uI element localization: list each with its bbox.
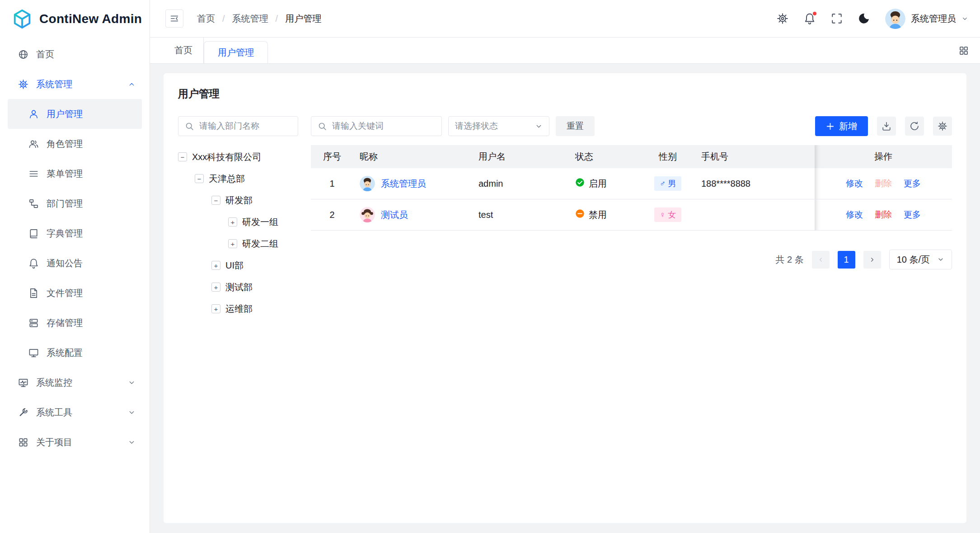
refresh-icon bbox=[910, 121, 919, 131]
sidebar-item-home[interactable]: 首页 bbox=[8, 39, 142, 69]
tree-collapse-icon[interactable]: − bbox=[211, 196, 220, 205]
sidebar-item-label: 存储管理 bbox=[47, 317, 136, 329]
settings-icon[interactable] bbox=[777, 13, 788, 24]
status-enabled-icon bbox=[575, 178, 585, 189]
file-icon bbox=[28, 288, 39, 298]
dept-search-input[interactable] bbox=[178, 117, 298, 136]
cell-username: test bbox=[472, 199, 569, 231]
user-avatar bbox=[885, 9, 905, 29]
col-header-status: 状态 bbox=[569, 145, 641, 168]
cell-phone: 188****8888 bbox=[695, 168, 806, 199]
gender-badge-female: ♀女 bbox=[654, 208, 682, 222]
sidebar-item-storage-management[interactable]: 存储管理 bbox=[8, 308, 142, 338]
tree-node[interactable]: − Xxx科技有限公司 bbox=[178, 146, 298, 168]
tree-node-label: 研发二组 bbox=[242, 238, 278, 250]
tree-node[interactable]: + UI部 bbox=[178, 255, 298, 276]
more-link[interactable]: 更多 bbox=[904, 209, 921, 221]
sidebar-item-dict-management[interactable]: 字典管理 bbox=[8, 218, 142, 248]
tree-node[interactable]: + 研发二组 bbox=[178, 233, 298, 255]
gender-text: 男 bbox=[668, 178, 676, 189]
tree-expand-icon[interactable]: + bbox=[228, 239, 237, 248]
tree-node[interactable]: + 测试部 bbox=[178, 276, 298, 298]
page-size-select[interactable]: 10 条/页 bbox=[889, 250, 952, 269]
app-root: ContiNew Admin 首页 系统管理 bbox=[0, 0, 980, 533]
sidebar-item-menu-management[interactable]: 菜单管理 bbox=[8, 159, 142, 189]
sidebar-item-system-tools[interactable]: 系统工具 bbox=[8, 397, 142, 427]
chevron-down-icon bbox=[535, 123, 543, 130]
storage-icon bbox=[28, 318, 39, 328]
col-header-phone: 手机号 bbox=[695, 145, 806, 168]
prev-page-button[interactable] bbox=[812, 251, 830, 269]
gender-badge-male: ♂男 bbox=[654, 176, 682, 191]
nickname-link[interactable]: 测试员 bbox=[381, 209, 408, 221]
sidebar-item-label: 系统工具 bbox=[36, 406, 120, 419]
tree-node-label: Xxx科技有限公司 bbox=[192, 151, 261, 163]
tab-actions-grid-icon[interactable] bbox=[958, 45, 969, 56]
bell-icon bbox=[28, 258, 39, 269]
sidebar-item-user-management[interactable]: 用户管理 bbox=[8, 99, 142, 129]
col-header-actions: 操作 bbox=[815, 145, 952, 168]
refresh-button[interactable] bbox=[905, 117, 924, 136]
breadcrumb-item[interactable]: 首页 bbox=[197, 13, 215, 25]
user-icon bbox=[28, 109, 39, 119]
sidebar-item-notice[interactable]: 通知公告 bbox=[8, 248, 142, 278]
row-avatar bbox=[360, 207, 375, 222]
main-area: 首页 / 系统管理 / 用户管理 bbox=[150, 0, 980, 533]
edit-link[interactable]: 修改 bbox=[846, 209, 863, 221]
chevron-down-icon bbox=[961, 15, 968, 22]
column-settings-button[interactable] bbox=[933, 117, 952, 136]
tab-home[interactable]: 首页 bbox=[164, 38, 204, 63]
table-row[interactable]: 2 测试员 tes bbox=[311, 199, 952, 231]
add-button[interactable]: 新增 bbox=[815, 116, 868, 136]
page-title: 用户管理 bbox=[178, 87, 952, 101]
cell-nickname: 系统管理员 bbox=[353, 168, 472, 199]
breadcrumb-item[interactable]: 系统管理 bbox=[232, 13, 268, 25]
plus-icon bbox=[826, 122, 835, 131]
gear-icon bbox=[18, 79, 28, 90]
sidebar-item-system-config[interactable]: 系统配置 bbox=[8, 338, 142, 368]
keyword-search-box bbox=[311, 116, 442, 136]
next-page-button[interactable] bbox=[863, 251, 881, 269]
table-row[interactable]: 1 系统管理员 a bbox=[311, 168, 952, 199]
tab-user-management[interactable]: 用户管理 bbox=[204, 41, 268, 63]
more-link[interactable]: 更多 bbox=[904, 178, 921, 189]
sidebar-collapse-button[interactable] bbox=[165, 9, 183, 28]
fullscreen-icon[interactable] bbox=[831, 13, 843, 24]
sidebar-item-dept-management[interactable]: 部门管理 bbox=[8, 189, 142, 218]
sidebar-item-file-management[interactable]: 文件管理 bbox=[8, 278, 142, 308]
settings-icon bbox=[938, 121, 947, 131]
sidebar-item-label: 关于项目 bbox=[36, 436, 120, 448]
sidebar-item-system-monitor[interactable]: 系统监控 bbox=[8, 368, 142, 397]
dark-mode-moon-icon[interactable] bbox=[858, 13, 870, 24]
page-number-button[interactable]: 1 bbox=[838, 251, 855, 269]
notification-bell-icon[interactable] bbox=[804, 13, 816, 24]
logo[interactable]: ContiNew Admin bbox=[0, 0, 150, 38]
sidebar-item-role-management[interactable]: 角色管理 bbox=[8, 129, 142, 159]
tree-expand-icon[interactable]: + bbox=[211, 304, 220, 313]
status-select[interactable]: 请选择状态 bbox=[448, 116, 549, 136]
tree-expand-icon[interactable]: + bbox=[228, 217, 237, 226]
sidebar-item-label: 首页 bbox=[36, 48, 136, 61]
tree-collapse-icon[interactable]: − bbox=[178, 152, 187, 161]
keyword-search-input[interactable] bbox=[311, 117, 441, 136]
tree-expand-icon[interactable]: + bbox=[211, 283, 220, 292]
breadcrumb: 首页 / 系统管理 / 用户管理 bbox=[197, 13, 321, 25]
nickname-link[interactable]: 系统管理员 bbox=[381, 178, 426, 190]
export-button[interactable] bbox=[877, 117, 896, 136]
user-menu[interactable]: 系统管理员 bbox=[885, 9, 968, 29]
sidebar-item-label: 部门管理 bbox=[47, 198, 136, 210]
users-icon bbox=[28, 139, 39, 149]
edit-link[interactable]: 修改 bbox=[846, 178, 863, 189]
reset-button[interactable]: 重置 bbox=[556, 116, 595, 136]
tree-node[interactable]: + 研发一组 bbox=[178, 211, 298, 233]
tree-node[interactable]: + 运维部 bbox=[178, 298, 298, 320]
status-select-placeholder: 请选择状态 bbox=[455, 120, 498, 132]
delete-link[interactable]: 删除 bbox=[875, 209, 892, 221]
cell-status: 禁用 bbox=[569, 199, 641, 231]
tree-expand-icon[interactable]: + bbox=[211, 261, 220, 270]
sidebar-item-system-management[interactable]: 系统管理 bbox=[8, 69, 142, 99]
tree-node[interactable]: − 研发部 bbox=[178, 189, 298, 211]
tree-collapse-icon[interactable]: − bbox=[195, 174, 204, 183]
tree-node[interactable]: − 天津总部 bbox=[178, 168, 298, 189]
sidebar-item-about[interactable]: 关于项目 bbox=[8, 427, 142, 457]
